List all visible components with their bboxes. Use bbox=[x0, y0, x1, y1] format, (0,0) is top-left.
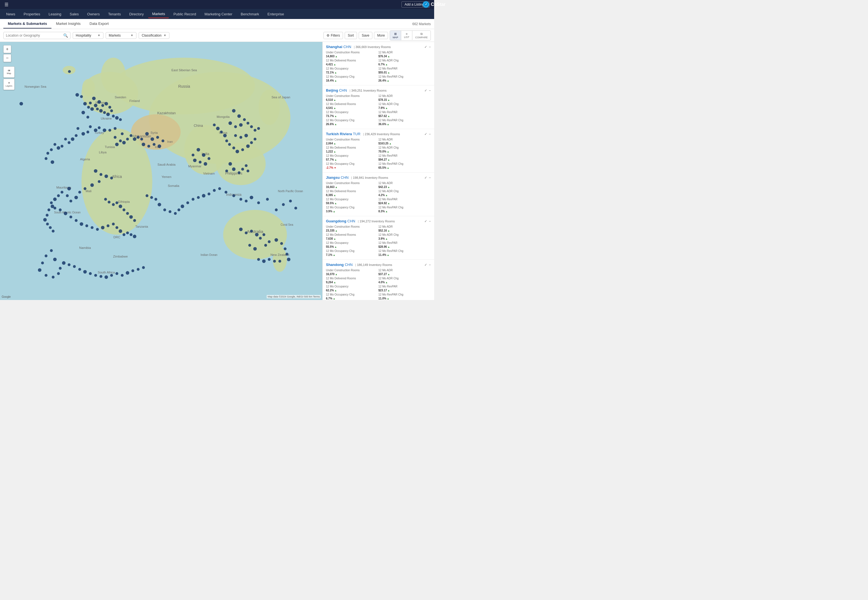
check-icon[interactable]: ✓ bbox=[424, 45, 427, 49]
check-icon[interactable]: ✓ bbox=[424, 219, 427, 223]
minus-icon[interactable]: − bbox=[429, 45, 431, 49]
sort-button[interactable]: Sort bbox=[345, 32, 357, 39]
map-view-label: MAP bbox=[393, 36, 398, 39]
sort-label: Sort bbox=[348, 33, 354, 38]
market-country: CHN bbox=[345, 262, 353, 267]
market-country: CHN bbox=[343, 45, 351, 49]
svg-point-128 bbox=[228, 121, 232, 125]
nav-marketing-center[interactable]: Marketing Center bbox=[201, 10, 236, 18]
stat-label: 12 Mo Delivered Rooms bbox=[326, 277, 356, 280]
svg-text:Libya: Libya bbox=[99, 150, 107, 154]
compare-view-toggle[interactable]: ⧉ COMPARE bbox=[412, 31, 430, 40]
map-container[interactable]: Russia Kazakhstan China Afghanistan Afri… bbox=[0, 42, 322, 300]
market-rooms: 194,272 Inventory Rooms bbox=[359, 220, 395, 223]
stat-row: 59.5% ▲ bbox=[326, 202, 379, 205]
save-button[interactable]: Save bbox=[359, 32, 372, 39]
dropdown-arrow: ▼ bbox=[131, 34, 133, 37]
stat-label: 12 Mo ADR Chg bbox=[379, 233, 399, 236]
markets-dropdown[interactable]: Markets ▼ bbox=[106, 32, 137, 39]
minus-icon[interactable]: − bbox=[429, 89, 431, 92]
classification-dropdown[interactable]: Classification ▼ bbox=[139, 32, 169, 39]
market-item[interactable]: Beijing CHN | 349,251 Inventory Rooms ✓ … bbox=[322, 85, 434, 129]
subnav-markets-submarkets[interactable]: Markets & Submarkets bbox=[3, 19, 52, 29]
list-view-toggle[interactable]: ≡ LIST bbox=[401, 31, 412, 40]
subnav-data-export[interactable]: Data Export bbox=[85, 19, 113, 29]
market-name[interactable]: Shanghai CHN bbox=[326, 45, 351, 49]
minus-icon[interactable]: − bbox=[429, 219, 431, 223]
svg-point-60 bbox=[94, 104, 97, 107]
svg-point-147 bbox=[213, 123, 216, 126]
stat-row: 12 Mo Occupancy Chg bbox=[326, 162, 379, 166]
stat-col-right: 12 Mo RevPAR Chg 65.5% ▲ bbox=[379, 162, 431, 170]
svg-point-138 bbox=[246, 144, 250, 148]
stat-value: 36.6% ▲ bbox=[379, 123, 389, 126]
market-item[interactable]: Shandong CHN | 186,149 Inventory Rooms ✓… bbox=[322, 260, 434, 300]
zoom-out-button[interactable]: − bbox=[3, 54, 11, 62]
map-type-button[interactable]: 🗺 Map bbox=[3, 67, 15, 78]
svg-point-117 bbox=[202, 153, 205, 157]
stat-row: 12 Mo ADR bbox=[379, 94, 431, 98]
market-name[interactable]: Jiangsu CHN bbox=[326, 176, 349, 180]
svg-point-146 bbox=[216, 127, 220, 130]
svg-point-9 bbox=[216, 143, 266, 185]
stat-row: 8.3% ▲ bbox=[379, 209, 431, 213]
stat-col-right: 12 Mo ADR $76.34 ▲ bbox=[379, 50, 431, 58]
subnav-market-insights[interactable]: Market Insights bbox=[52, 19, 85, 29]
map-icon: ⊞ bbox=[394, 32, 397, 36]
search-box[interactable]: 🔍 bbox=[3, 32, 70, 39]
svg-point-74 bbox=[87, 116, 89, 118]
market-name[interactable]: Guangdong CHN bbox=[326, 219, 355, 223]
search-input[interactable] bbox=[6, 33, 63, 38]
market-item[interactable]: Jiangsu CHN | 198,841 Inventory Rooms ✓ … bbox=[322, 173, 434, 216]
stat-row: 3.9% ▲ bbox=[379, 237, 431, 241]
nav-leasing[interactable]: Leasing bbox=[45, 10, 65, 18]
stat-value: 6.7% ▲ bbox=[326, 297, 336, 300]
more-label: More bbox=[377, 33, 385, 38]
nav-tenants[interactable]: Tenants bbox=[104, 10, 125, 18]
filters-button[interactable]: ⚙ Filters bbox=[324, 32, 343, 39]
nav-properties[interactable]: Properties bbox=[20, 10, 44, 18]
check-icon[interactable]: ✓ bbox=[424, 176, 427, 180]
minus-icon[interactable]: − bbox=[429, 132, 431, 136]
layers-button[interactable]: ⊕ Layers bbox=[3, 79, 15, 90]
minus-icon[interactable]: − bbox=[429, 176, 431, 180]
nav-enterprise[interactable]: Enterprise bbox=[264, 10, 288, 18]
market-name[interactable]: Shandong CHN bbox=[326, 262, 353, 267]
market-name[interactable]: Turkish Riviera TUR bbox=[326, 132, 360, 136]
stat-row: 12 Mo RevPAR Chg bbox=[379, 118, 431, 122]
svg-text:DRC: DRC bbox=[114, 235, 120, 239]
nav-benchmark[interactable]: Benchmark bbox=[237, 10, 263, 18]
nav-news[interactable]: News bbox=[2, 10, 19, 18]
nav-sales[interactable]: Sales bbox=[66, 10, 83, 18]
nav-markets[interactable]: Markets bbox=[148, 10, 169, 18]
svg-point-95 bbox=[46, 152, 49, 155]
classification-label: Classification bbox=[142, 33, 161, 38]
svg-point-233 bbox=[197, 196, 199, 199]
nav-directory[interactable]: Directory bbox=[125, 10, 147, 18]
svg-point-144 bbox=[223, 134, 227, 138]
logo: CoStar bbox=[423, 1, 434, 8]
svg-point-276 bbox=[46, 214, 49, 217]
minus-icon[interactable]: − bbox=[429, 263, 431, 267]
check-icon[interactable]: ✓ bbox=[424, 263, 427, 267]
nav-public-record[interactable]: Public Record bbox=[169, 10, 200, 18]
svg-text:Finland: Finland bbox=[129, 99, 140, 103]
check-icon[interactable]: ✓ bbox=[424, 132, 427, 136]
svg-point-75 bbox=[112, 115, 115, 118]
stat-row: 12 Mo Delivered Rooms bbox=[326, 146, 379, 150]
market-item[interactable]: Guangdong CHN | 194,272 Inventory Rooms … bbox=[322, 216, 434, 260]
market-item[interactable]: Turkish Riviera TUR | 236,429 Inventory … bbox=[322, 129, 434, 173]
check-icon[interactable]: ✓ bbox=[424, 89, 427, 92]
more-button[interactable]: More bbox=[374, 32, 388, 39]
svg-point-251 bbox=[52, 276, 55, 279]
zoom-in-button[interactable]: + bbox=[3, 45, 11, 53]
market-name[interactable]: Beijing CHN bbox=[326, 88, 347, 92]
map-view-toggle[interactable]: ⊞ MAP bbox=[390, 31, 401, 40]
stat-value: 26.4% ▲ bbox=[379, 79, 389, 82]
nav-owners[interactable]: Owners bbox=[83, 10, 104, 18]
menu-icon[interactable]: ☰ bbox=[5, 2, 8, 7]
market-item[interactable]: Shanghai CHN | 366,669 Inventory Rooms ✓… bbox=[322, 42, 434, 85]
stat-col-left: 12 Mo Occupancy Chg 6.7% ▲ bbox=[326, 293, 379, 300]
svg-point-204 bbox=[264, 244, 267, 247]
hospitality-dropdown[interactable]: Hospitality ▼ bbox=[73, 32, 103, 39]
